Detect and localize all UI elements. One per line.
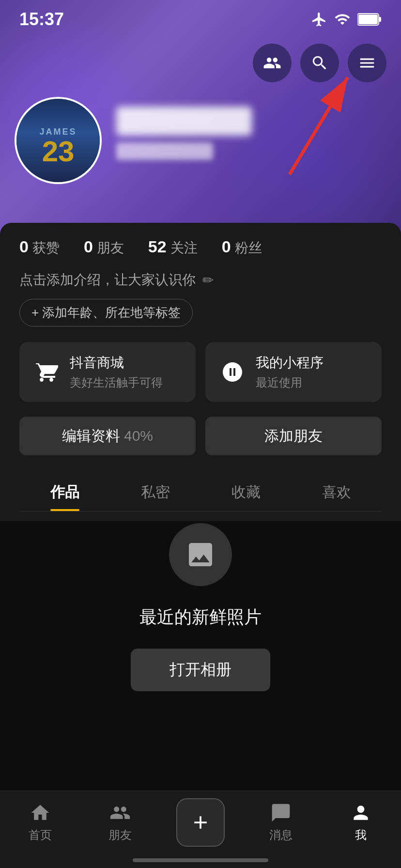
nav-add-button[interactable] bbox=[176, 798, 225, 847]
miniapp-card[interactable]: 我的小程序 最近使用 bbox=[205, 342, 382, 402]
friends-icon bbox=[109, 802, 131, 823]
stat-fans-num: 0 bbox=[222, 237, 231, 256]
messages-icon bbox=[270, 802, 292, 823]
feature-cards: 抖音商城 美好生活触手可得 我的小程序 最近使用 bbox=[19, 342, 382, 402]
miniapp-title: 我的小程序 bbox=[256, 354, 324, 372]
stat-friends-num: 0 bbox=[84, 237, 93, 256]
nav-profile-label: 我 bbox=[355, 827, 367, 843]
stat-friends-label: 朋友 bbox=[97, 239, 124, 257]
status-bar: 15:37 bbox=[0, 0, 401, 39]
nav-messages-label: 消息 bbox=[269, 827, 293, 843]
menu-button[interactable] bbox=[348, 44, 386, 82]
tab-works-label: 作品 bbox=[50, 484, 79, 500]
friends-button[interactable] bbox=[253, 44, 292, 82]
nav-home-label: 首页 bbox=[29, 827, 52, 843]
profile-name-area bbox=[116, 107, 252, 160]
nav-home[interactable]: 首页 bbox=[0, 802, 80, 843]
tab-liked[interactable]: 喜欢 bbox=[291, 473, 382, 511]
add-friend-label: 添加朋友 bbox=[264, 426, 323, 446]
nav-messages[interactable]: 消息 bbox=[241, 802, 321, 843]
empty-content-title: 最近的新鲜照片 bbox=[139, 605, 262, 629]
tab-works[interactable]: 作品 bbox=[19, 473, 110, 511]
wifi-icon bbox=[334, 11, 351, 28]
shop-card[interactable]: 抖音商城 美好生活触手可得 bbox=[19, 342, 196, 402]
add-icon bbox=[190, 812, 211, 833]
search-button[interactable] bbox=[300, 44, 339, 82]
photo-icon-circle bbox=[169, 523, 232, 586]
add-tag-label: + 添加年龄、所在地等标签 bbox=[31, 304, 181, 321]
stat-following-label: 关注 bbox=[170, 239, 198, 257]
stat-following[interactable]: 52 关注 bbox=[148, 237, 198, 257]
tab-private[interactable]: 私密 bbox=[110, 473, 200, 511]
stat-fans[interactable]: 0 粉丝 bbox=[222, 237, 262, 257]
edit-profile-label: 编辑资料 bbox=[62, 426, 120, 446]
tabs-section: 作品 私密 收藏 喜欢 bbox=[19, 473, 382, 512]
stat-fans-label: 粉丝 bbox=[235, 239, 262, 257]
bottom-nav: 首页 朋友 消息 我 bbox=[0, 790, 401, 868]
shop-icon bbox=[33, 358, 60, 386]
status-time: 15:37 bbox=[19, 9, 64, 30]
shop-sub: 美好生活触手可得 bbox=[70, 375, 163, 390]
jersey-number-text: 23 bbox=[42, 137, 75, 166]
battery-icon bbox=[357, 13, 382, 26]
stat-likes[interactable]: 0 获赞 bbox=[19, 237, 60, 257]
tab-liked-label: 喜欢 bbox=[322, 484, 351, 500]
blurred-subtitle bbox=[116, 142, 213, 160]
avatar: JAMES 23 bbox=[15, 97, 102, 184]
shop-texts: 抖音商城 美好生活触手可得 bbox=[70, 354, 163, 390]
edit-profile-percent: 40% bbox=[124, 428, 153, 444]
nav-friends-label: 朋友 bbox=[108, 827, 132, 843]
open-album-label: 打开相册 bbox=[170, 661, 231, 678]
add-tag-button[interactable]: + 添加年龄、所在地等标签 bbox=[19, 299, 193, 326]
tab-collection[interactable]: 收藏 bbox=[200, 473, 291, 511]
tags-row: + 添加年龄、所在地等标签 bbox=[19, 299, 382, 326]
profile-icon bbox=[350, 802, 371, 823]
stat-likes-label: 获赞 bbox=[32, 239, 60, 257]
stat-friends[interactable]: 0 朋友 bbox=[84, 237, 124, 257]
airplane-icon bbox=[311, 11, 327, 28]
tab-private-label: 私密 bbox=[141, 484, 170, 500]
content-area: 最近的新鲜照片 打开相册 bbox=[0, 484, 401, 730]
photo-icon bbox=[185, 539, 216, 570]
action-buttons: 编辑资料 40% 添加朋友 bbox=[19, 417, 382, 455]
nav-profile[interactable]: 我 bbox=[321, 802, 401, 843]
stats-row: 0 获赞 0 朋友 52 关注 0 粉丝 bbox=[19, 237, 382, 257]
status-icons bbox=[311, 11, 382, 28]
stat-following-num: 52 bbox=[148, 237, 167, 256]
svg-rect-2 bbox=[358, 15, 378, 24]
blurred-name bbox=[116, 107, 252, 136]
tab-collection-label: 收藏 bbox=[231, 484, 261, 500]
edit-profile-button[interactable]: 编辑资料 40% bbox=[19, 417, 196, 455]
open-album-button[interactable]: 打开相册 bbox=[131, 649, 270, 691]
add-friend-button[interactable]: 添加朋友 bbox=[205, 417, 382, 455]
top-actions bbox=[253, 44, 386, 82]
nav-create[interactable] bbox=[160, 798, 241, 847]
edit-icon: ✏ bbox=[202, 272, 214, 288]
home-indicator bbox=[133, 858, 268, 862]
miniapp-icon bbox=[219, 358, 246, 386]
home-icon bbox=[30, 802, 51, 823]
svg-rect-1 bbox=[379, 17, 381, 22]
nav-friends[interactable]: 朋友 bbox=[80, 802, 161, 843]
stats-section: 0 获赞 0 朋友 52 关注 0 粉丝 点击添加介绍，让大家认识你 ✏ + 添… bbox=[0, 223, 401, 521]
stat-likes-num: 0 bbox=[19, 237, 29, 256]
bio-row[interactable]: 点击添加介绍，让大家认识你 ✏ bbox=[19, 271, 382, 289]
miniapp-sub: 最近使用 bbox=[256, 375, 324, 390]
miniapp-texts: 我的小程序 最近使用 bbox=[256, 354, 324, 390]
profile-section: JAMES 23 bbox=[15, 97, 252, 184]
bio-text: 点击添加介绍，让大家认识你 bbox=[19, 271, 196, 289]
shop-title: 抖音商城 bbox=[70, 354, 163, 372]
